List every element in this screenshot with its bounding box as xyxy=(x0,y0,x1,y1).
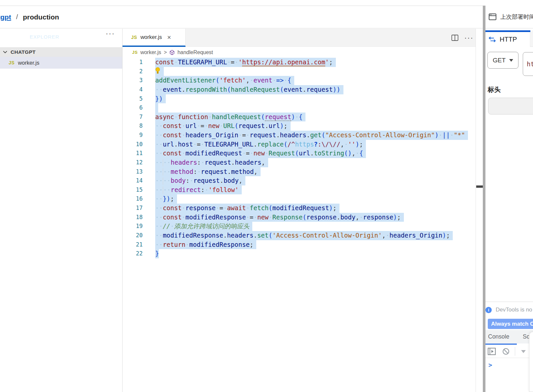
sidebar-item-workerjs[interactable]: JS worker.js xyxy=(0,57,122,69)
code-token: . xyxy=(220,177,224,184)
code-token: ( xyxy=(216,77,219,84)
clear-console-icon[interactable] xyxy=(502,348,510,355)
url-input[interactable]: ht xyxy=(523,52,533,76)
filter-dropdown-icon[interactable] xyxy=(521,350,526,353)
line-number: 15 xyxy=(123,185,143,195)
code-line[interactable]: 2 xyxy=(123,67,476,76)
code-token: = xyxy=(197,141,200,148)
close-icon[interactable]: × xyxy=(167,34,171,41)
code-line[interactable]: 15····redirect:·'follow' xyxy=(123,185,476,195)
selection-highlight: ··modifiedResponse.headers.set('Access-C… xyxy=(155,231,453,240)
tab-http[interactable]: HTTP xyxy=(485,32,530,47)
code-line[interactable]: 22} xyxy=(123,249,476,258)
code-line[interactable]: 1const·TELEGRAPH_URL·=·'https://api.open… xyxy=(123,58,476,67)
line-number: 5 xyxy=(123,94,143,104)
code-token: body xyxy=(340,213,356,221)
code-line[interactable]: 9··const·headers_Origin·=·request.header… xyxy=(123,131,476,140)
breadcrumb-project-link[interactable]: tgpt xyxy=(0,13,11,21)
code-token: · xyxy=(386,232,389,239)
code-token: replace xyxy=(257,141,284,148)
more-actions-button[interactable]: ··· xyxy=(464,34,474,42)
breadcrumb-symbol[interactable]: handleRequest xyxy=(177,49,213,55)
code-token: · xyxy=(182,122,185,129)
code-content xyxy=(143,67,164,76)
headers-textarea[interactable] xyxy=(488,98,533,114)
code-line[interactable]: 5}) xyxy=(123,94,476,104)
code-line[interactable]: 8··const·url·=·new·URL(request.url); xyxy=(123,121,476,131)
code-line[interactable]: 11··const·modifiedRequest·=·new·Request(… xyxy=(123,149,476,158)
code-line[interactable]: 13····method:·request.method, xyxy=(123,167,476,177)
tab-workerjs[interactable]: JS worker.js × xyxy=(123,29,186,47)
app-window: tgpt / production EXPLORER ··· CHATGPT J… xyxy=(0,0,533,392)
code-content: ····redirect:·'follow' xyxy=(143,185,242,195)
code-token: · xyxy=(250,149,253,157)
code-token: request xyxy=(250,131,276,139)
code-line[interactable]: 4··event.respondWith(handleRequest(event… xyxy=(123,85,476,94)
code-line[interactable]: 18··const·modifiedResponse·=·new·Respons… xyxy=(123,213,476,222)
code-token: return xyxy=(163,241,186,248)
code-token: · xyxy=(220,122,223,129)
code-token: · xyxy=(216,204,219,212)
code-content xyxy=(143,103,158,113)
code-token: . xyxy=(253,232,257,239)
tab-console[interactable]: Console xyxy=(488,330,509,343)
code-token: ' xyxy=(325,58,329,66)
code-line[interactable]: 10··url.host·=·TELEGRAPH_URL.replace(/^h… xyxy=(123,140,476,149)
split-editor-icon[interactable] xyxy=(451,35,458,41)
code-token: ·· xyxy=(155,122,163,129)
code-line[interactable]: 7async·function·handleRequest(request)·{ xyxy=(123,113,476,122)
code-token: ? xyxy=(314,141,318,148)
code-token: · xyxy=(359,213,363,221)
breadcrumb-file[interactable]: worker.js xyxy=(140,49,161,55)
code-token: ·· xyxy=(155,159,163,166)
code-token: · xyxy=(200,141,204,148)
line-number: 9 xyxy=(123,131,143,140)
selection-highlight: ····redirect:·'follow' xyxy=(155,185,242,195)
code-token: · xyxy=(190,177,193,184)
console-prompt[interactable]: > xyxy=(488,361,492,369)
code-token: ) xyxy=(291,113,295,120)
code-token: get xyxy=(310,131,321,139)
code-token: . xyxy=(231,159,235,166)
code-token: · xyxy=(182,149,185,157)
selection-highlight: async·function·handleRequest(request)·{ xyxy=(155,113,305,122)
explorer-more-button[interactable]: ··· xyxy=(106,29,115,38)
sidebar-folder-chatgpt[interactable]: CHATGPT xyxy=(0,47,122,57)
code-lines[interactable]: 1const·TELEGRAPH_URL·=·'https://api.open… xyxy=(123,58,476,392)
code-token: . xyxy=(227,168,231,175)
code-token: ·· xyxy=(163,186,171,193)
breadcrumb-chevron: > xyxy=(164,49,167,55)
selection-highlight: ··const·modifiedRequest·=·new·Request(ur… xyxy=(155,149,366,158)
panel-resize-divider[interactable] xyxy=(483,6,485,392)
method-dropdown[interactable]: GET xyxy=(487,52,518,69)
scrollbar-thumb[interactable] xyxy=(476,185,483,188)
code-token: request xyxy=(201,168,227,175)
code-token: response xyxy=(306,213,337,221)
code-line[interactable]: 14····body:·request.body, xyxy=(123,176,476,185)
code-line[interactable]: 17··const·response·=·await·fetch(modifie… xyxy=(123,204,476,213)
code-line[interactable]: 16··}); xyxy=(123,194,476,204)
code-content: ··const·modifiedResponse·=·new·Response(… xyxy=(143,213,404,222)
code-token: fetch xyxy=(250,204,268,212)
devtools-tabbar: Console Sou xyxy=(485,330,533,343)
code-token: = xyxy=(242,131,246,139)
code-token: : xyxy=(201,186,204,193)
code-token: ) xyxy=(393,213,397,221)
line-number: 16 xyxy=(123,194,143,204)
code-line[interactable]: 12····headers:·request.headers, xyxy=(123,158,476,167)
code-token: : xyxy=(318,141,321,148)
code-line[interactable]: 19··//·添加允许跨域访问的响应头 xyxy=(123,222,476,231)
always-match-button[interactable]: Always match Ch xyxy=(488,319,533,329)
code-line[interactable]: 21··return·modifiedResponse; xyxy=(123,240,476,249)
code-content: ····method:·request.method, xyxy=(143,167,261,177)
code-token: ( xyxy=(268,204,272,212)
console-sidebar-icon[interactable] xyxy=(488,348,496,355)
code-line[interactable]: 20··modifiedResponse.headers.set('Access… xyxy=(123,231,476,240)
code-token: · xyxy=(186,241,189,248)
breadcrumb: tgpt / production xyxy=(0,6,483,28)
code-line[interactable]: 6 xyxy=(123,103,476,113)
code-token: ( xyxy=(284,141,287,148)
breadcrumb-separator: / xyxy=(16,13,18,21)
code-token: ·· xyxy=(155,195,163,202)
code-line[interactable]: 3addEventListener('fetch',·event·=>·{ xyxy=(123,76,476,85)
